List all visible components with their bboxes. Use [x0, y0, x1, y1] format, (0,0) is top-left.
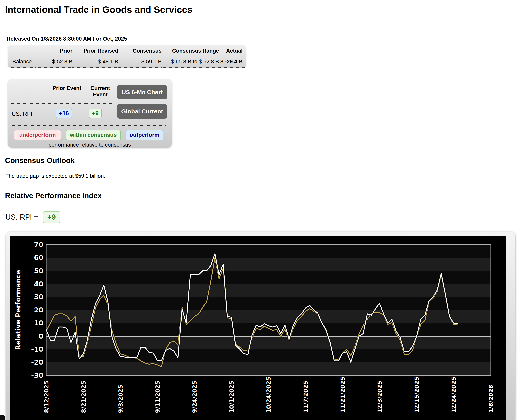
svg-text:8/12/2025: 8/12/2025 [43, 381, 50, 413]
summary-header-row: Prior Prior Revised Consensus Consensus … [8, 45, 246, 56]
summary-table: Prior Prior Revised Consensus Consensus … [8, 45, 246, 68]
svg-text:9/24/2025: 9/24/2025 [191, 381, 198, 413]
page-title: International Trade in Goods and Service… [5, 4, 192, 15]
release-info: Released On 1/8/2026 8:30:00 AM For Oct,… [7, 36, 127, 42]
row-label-balance: Balance [8, 56, 36, 68]
value-actual: $ -29.4 B [219, 56, 246, 68]
svg-text:0: 0 [39, 332, 44, 340]
value-consensus-range: $-65.8 B to $-52.8 B [162, 56, 219, 68]
header-consensus: Consensus [118, 45, 162, 56]
svg-text:-10: -10 [31, 345, 44, 353]
svg-text:Relative Performance: Relative Performance [14, 270, 22, 350]
svg-text:30: 30 [34, 293, 44, 301]
us-6mo-chart-button[interactable]: US 6-Mo Chart [117, 85, 167, 99]
svg-text:70: 70 [34, 241, 44, 249]
rpi-chart-panel: 706050403020100-10-20-30Relative Perform… [6, 232, 515, 420]
header-prior: Prior [36, 45, 72, 56]
value-prior: $-52.8 B [36, 56, 72, 68]
rpi-chart: 706050403020100-10-20-30Relative Perform… [10, 236, 506, 420]
rpi-section-heading: Relative Performance Index [5, 192, 102, 200]
svg-text:60: 60 [34, 254, 44, 262]
svg-text:9/11/2025: 9/11/2025 [154, 381, 161, 413]
svg-text:10: 10 [34, 319, 44, 327]
header-spacer [8, 45, 36, 56]
svg-text:12/3/2025: 12/3/2025 [377, 381, 383, 413]
svg-text:1/8/2026: 1/8/2026 [488, 385, 494, 413]
consensus-outlook-text: The trade gap is expected at $59.1 billi… [5, 173, 105, 179]
global-current-button[interactable]: Global Current [117, 104, 167, 119]
header-prior-revised: Prior Revised [72, 45, 118, 56]
svg-text:10/24/2025: 10/24/2025 [265, 376, 272, 413]
rpi-chart-svg: 706050403020100-10-20-30Relative Perform… [10, 236, 506, 420]
legend-underperform: underperform [14, 130, 61, 140]
cropped-element-corner [0, 415, 5, 420]
divider-dotted-top [11, 103, 113, 104]
svg-text:9/3/2025: 9/3/2025 [117, 385, 124, 413]
legend-outperform: outperform [126, 130, 163, 140]
current-event-header: Current Event [84, 85, 116, 98]
header-actual: Actual [219, 45, 246, 56]
prior-event-header: Prior Event [47, 85, 86, 91]
consensus-outlook-heading: Consensus Outlook [5, 156, 75, 165]
svg-text:40: 40 [34, 280, 44, 288]
svg-text:-30: -30 [31, 371, 44, 379]
svg-text:12/24/2025: 12/24/2025 [450, 376, 457, 413]
current-event-badge: +9 [89, 109, 102, 118]
svg-text:20: 20 [34, 306, 44, 314]
svg-text:12/15/2025: 12/15/2025 [413, 376, 420, 413]
header-consensus-range: Consensus Range [162, 45, 219, 56]
svg-text:-20: -20 [31, 358, 44, 366]
value-prior-revised: $-48.1 B [72, 56, 118, 68]
svg-text:11/7/2025: 11/7/2025 [302, 381, 309, 413]
rpi-row-label: US: RPI [12, 111, 32, 117]
legend-within-consensus: within consensus [66, 130, 121, 140]
rpi-panel: Prior Event Current Event US 6-Mo Chart … [8, 79, 172, 148]
svg-text:10/1/2025: 10/1/2025 [228, 381, 235, 413]
rpi-equation: US: RPI = +9 [5, 211, 60, 223]
divider-dotted-bottom [11, 125, 166, 126]
svg-text:11/21/2025: 11/21/2025 [340, 376, 346, 413]
value-consensus: $-59.1 B [118, 56, 162, 68]
svg-text:50: 50 [34, 267, 44, 275]
rpi-equation-label: US: RPI = [5, 213, 38, 221]
svg-text:8/21/2025: 8/21/2025 [80, 381, 87, 413]
rpi-value-badge: +9 [43, 211, 60, 223]
prior-event-badge: +16 [56, 109, 72, 118]
table-row-balance: Balance $-52.8 B $-48.1 B $-59.1 B $-65.… [8, 56, 246, 68]
rpi-caption: performance relative to consensus [8, 142, 172, 148]
